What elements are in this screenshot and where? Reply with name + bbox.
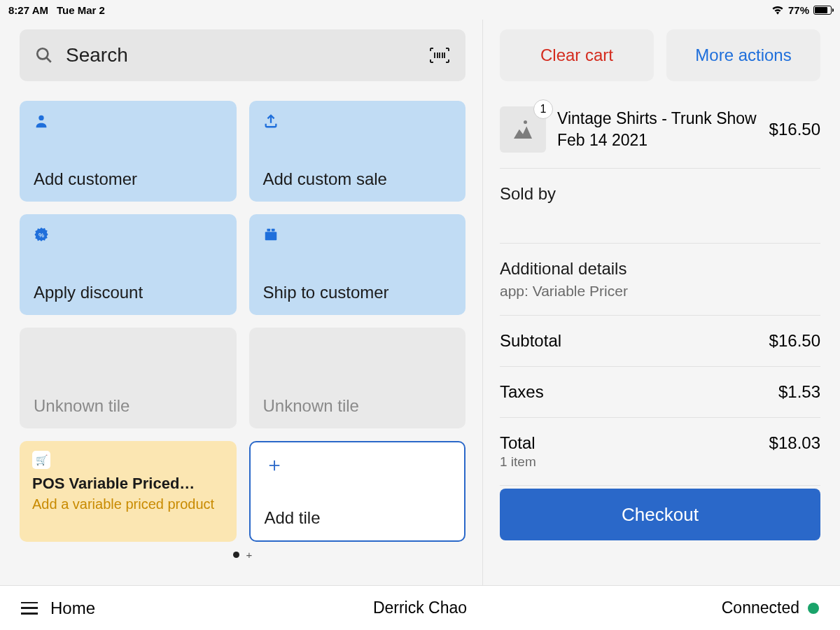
total-value: $18.03: [769, 433, 820, 453]
taxes-label: Taxes: [500, 382, 544, 402]
tile-ship-to-customer[interactable]: Ship to customer: [249, 214, 466, 315]
app-icon: 🛒: [32, 451, 50, 469]
status-date: Tue Mar 2: [57, 4, 105, 16]
left-panel: Search Add customer Add custom sale % Ap…: [0, 20, 483, 585]
additional-details-label: Additional details: [500, 259, 820, 279]
product-image-placeholder: 1: [500, 106, 546, 153]
search-placeholder: Search: [66, 44, 429, 66]
person-icon: [34, 113, 49, 129]
tile-apply-discount[interactable]: % Apply discount: [20, 214, 237, 315]
svg-rect-9: [265, 232, 276, 240]
tile-pos-variable-priced[interactable]: 🛒 POS Variable Priced… Add a variable pr…: [20, 441, 237, 542]
right-panel: Clear cart More actions 1 Vintage Shirts…: [483, 20, 840, 585]
tile-subtitle: Add a variable priced product: [32, 496, 224, 513]
cart-item-price: $16.50: [769, 120, 820, 139]
package-icon: [263, 227, 279, 242]
svg-point-7: [38, 115, 43, 120]
add-page-icon[interactable]: +: [246, 549, 253, 561]
cart-item[interactable]: 1 Vintage Shirts - Trunk Show Feb 14 202…: [500, 101, 820, 169]
menu-icon[interactable]: [21, 602, 38, 615]
connection-status: Connected: [722, 598, 799, 617]
taxes-row[interactable]: Taxes $1.53: [500, 367, 820, 418]
tile-label: Ship to customer: [263, 283, 452, 302]
tile-add-custom-sale[interactable]: Add custom sale: [249, 101, 466, 202]
wifi-icon: [771, 5, 784, 15]
page-indicator[interactable]: +: [20, 549, 465, 561]
tile-label: Unknown tile: [34, 396, 223, 416]
svg-rect-10: [267, 229, 270, 232]
additional-details-section[interactable]: Additional details app: Variable Pricer: [500, 244, 820, 316]
tile-title: POS Variable Priced…: [32, 475, 224, 493]
svg-rect-11: [271, 229, 274, 232]
barcode-icon[interactable]: [429, 47, 450, 64]
sold-by-section[interactable]: Sold by: [500, 169, 820, 244]
status-battery-pct: 77%: [788, 4, 809, 16]
tile-label: Unknown tile: [263, 396, 452, 416]
total-label: Total: [500, 433, 536, 453]
tile-unknown[interactable]: Unknown tile: [20, 328, 237, 428]
search-icon: [35, 46, 53, 64]
tile-add-customer[interactable]: Add customer: [20, 101, 237, 202]
tile-unknown[interactable]: Unknown tile: [249, 328, 466, 428]
svg-text:%: %: [38, 232, 44, 239]
status-bar: 8:27 AM Tue Mar 2 77%: [0, 0, 840, 20]
sold-by-label: Sold by: [500, 184, 820, 204]
more-actions-button[interactable]: More actions: [666, 29, 820, 81]
svg-line-1: [46, 57, 51, 62]
total-items: 1 item: [500, 454, 536, 470]
subtotal-label: Subtotal: [500, 331, 561, 351]
tile-label: Apply discount: [34, 283, 223, 302]
tile-label: Add tile: [265, 508, 451, 528]
tile-label: Add custom sale: [263, 169, 452, 189]
clear-cart-button[interactable]: Clear cart: [500, 29, 654, 81]
discount-icon: %: [34, 227, 49, 242]
status-time: 8:27 AM: [8, 4, 48, 16]
taxes-value: $1.53: [778, 382, 820, 402]
subtotal-row: Subtotal $16.50: [500, 316, 820, 367]
additional-details-sub: app: Variable Pricer: [500, 283, 820, 300]
home-label[interactable]: Home: [50, 598, 95, 618]
user-name[interactable]: Derrick Chao: [287, 598, 553, 617]
cart-qty-badge: 1: [533, 99, 553, 119]
subtotal-value: $16.50: [769, 331, 820, 351]
search-bar[interactable]: Search: [20, 29, 465, 81]
status-dot-icon: [808, 603, 819, 614]
plus-icon: ＋: [265, 455, 451, 475]
svg-point-0: [37, 48, 48, 59]
bottom-bar: Home Derrick Chao Connected: [0, 585, 840, 630]
cart-item-name: Vintage Shirts - Trunk Show Feb 14 2021: [557, 108, 758, 151]
total-row: Total 1 item $18.03: [500, 418, 820, 486]
page-dot-active: [233, 552, 239, 558]
checkout-button[interactable]: Checkout: [500, 489, 820, 540]
tile-label: Add customer: [34, 169, 223, 189]
upload-icon: [263, 113, 279, 129]
tile-add-tile[interactable]: ＋ Add tile: [249, 441, 466, 542]
battery-icon: [813, 6, 832, 15]
